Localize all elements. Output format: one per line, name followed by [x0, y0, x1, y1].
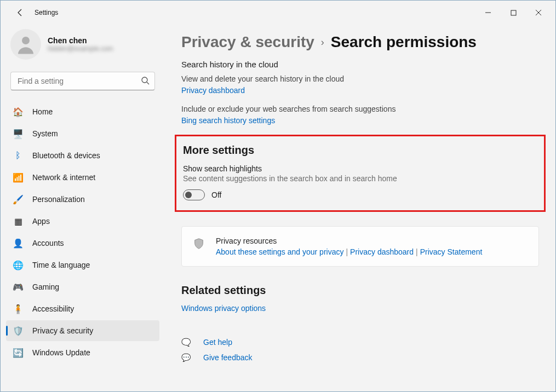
breadcrumb-current: Search permissions [331, 33, 477, 51]
sidebar-item-personalization[interactable]: 🖌️Personalization [6, 189, 159, 210]
get-help-row[interactable]: 🗨️ Get help [181, 338, 539, 347]
feedback-row[interactable]: 💬 Give feedback [181, 353, 539, 362]
svg-rect-1 [511, 10, 516, 15]
maximize-icon [511, 10, 517, 16]
clock-icon: 🌐 [13, 260, 24, 270]
help-icon: 🗨️ [181, 338, 192, 347]
nav-label: Windows Update [32, 348, 90, 357]
privacy-resources-card: Privacy resources About these settings a… [181, 226, 539, 267]
nav-label: Personalization [32, 195, 85, 204]
back-button[interactable] [10, 3, 30, 22]
wifi-icon: 📶 [13, 172, 24, 183]
main-content: Privacy & security › Search permissions … [165, 25, 555, 391]
gaming-icon: 🎮 [13, 281, 24, 292]
nav-label: Accounts [32, 239, 64, 247]
arrow-left-icon [16, 8, 25, 17]
sidebar-item-network[interactable]: 📶Network & internet [6, 167, 159, 188]
nav-label: Network & internet [32, 173, 95, 182]
person-icon [14, 33, 37, 56]
resources-link-about[interactable]: About these settings and your privacy [216, 247, 343, 256]
sidebar-item-system[interactable]: 🖥️System [6, 123, 159, 144]
nav-label: Gaming [32, 283, 59, 291]
privacy-dashboard-link[interactable]: Privacy dashboard [181, 86, 245, 95]
avatar [10, 29, 41, 60]
nav-label: Accessibility [32, 304, 74, 313]
nav-label: Time & language [32, 261, 90, 269]
more-settings-highlight: More settings Show search highlights See… [175, 135, 546, 212]
window-title: Settings [35, 9, 58, 16]
nav-label: Bluetooth & devices [32, 151, 100, 160]
related-title: Related settings [181, 284, 539, 297]
svg-point-4 [22, 37, 30, 44]
profile[interactable]: Chen chen hidden@example.com [6, 25, 159, 67]
sidebar-item-bluetooth[interactable]: ᛒBluetooth & devices [6, 145, 159, 166]
bluetooth-icon: ᛒ [13, 150, 24, 161]
breadcrumb-parent[interactable]: Privacy & security [181, 33, 314, 51]
nav-label: Privacy & security [32, 326, 93, 335]
sidebar-item-apps[interactable]: ▦Apps [6, 211, 159, 232]
highlights-desc: See content suggestions in the search bo… [183, 174, 537, 183]
cloud-desc-1: View and delete your search history in t… [181, 74, 539, 83]
brush-icon: 🖌️ [13, 194, 24, 205]
close-icon [535, 9, 542, 16]
home-icon: 🏠 [13, 106, 24, 117]
sidebar-item-home[interactable]: 🏠Home [6, 101, 159, 122]
update-icon: 🔄 [13, 347, 24, 358]
windows-privacy-link[interactable]: Windows privacy options [181, 304, 266, 313]
get-help-link[interactable]: Get help [203, 338, 232, 347]
nav-label: Apps [32, 217, 50, 226]
resources-title: Privacy resources [216, 237, 482, 245]
bing-history-link[interactable]: Bing search history settings [181, 116, 275, 125]
highlights-toggle[interactable] [183, 189, 205, 200]
nav-label: System [32, 129, 58, 138]
breadcrumb: Privacy & security › Search permissions [181, 33, 539, 51]
search [10, 72, 155, 90]
sidebar-item-time[interactable]: 🌐Time & language [6, 255, 159, 275]
shield-icon [193, 238, 205, 250]
nav-label: Home [32, 107, 53, 116]
system-icon: 🖥️ [13, 128, 24, 139]
sidebar-item-update[interactable]: 🔄Windows Update [6, 342, 159, 363]
svg-line-6 [147, 82, 149, 84]
highlights-label: Show search highlights [183, 164, 537, 173]
apps-icon: ▦ [13, 216, 24, 227]
sidebar-item-gaming[interactable]: 🎮Gaming [6, 276, 159, 297]
feedback-icon: 💬 [181, 353, 192, 362]
sidebar: Chen chen hidden@example.com 🏠Home 🖥️Sys… [1, 25, 165, 391]
sidebar-item-accessibility[interactable]: 🧍Accessibility [6, 298, 159, 319]
cloud-desc-2: Include or exclude your web searches fro… [181, 105, 539, 113]
svg-point-5 [142, 77, 147, 83]
more-settings-title: More settings [183, 144, 537, 157]
resources-link-dashboard[interactable]: Privacy dashboard [350, 247, 414, 256]
sidebar-item-accounts[interactable]: 👤Accounts [6, 233, 159, 253]
give-feedback-link[interactable]: Give feedback [203, 353, 253, 362]
search-icon[interactable] [141, 76, 150, 87]
resources-link-statement[interactable]: Privacy Statement [420, 247, 483, 256]
minimize-button[interactable] [475, 4, 501, 21]
minimize-icon [485, 9, 491, 16]
accessibility-icon: 🧍 [13, 303, 24, 314]
search-input[interactable] [10, 72, 155, 90]
maximize-button[interactable] [501, 4, 526, 21]
toggle-state: Off [211, 191, 221, 199]
cloud-history-title: Search history in the cloud [181, 60, 539, 69]
chevron-right-icon: › [321, 37, 324, 48]
sidebar-item-privacy[interactable]: 🛡️Privacy & security [6, 320, 159, 341]
accounts-icon: 👤 [13, 238, 24, 249]
toggle-knob [185, 192, 192, 198]
titlebar: Settings [1, 1, 555, 25]
shield-icon: 🛡️ [13, 325, 24, 336]
profile-name: Chen chen [48, 36, 113, 45]
close-button[interactable] [526, 4, 551, 21]
profile-email: hidden@example.com [48, 45, 113, 53]
nav: 🏠Home 🖥️System ᛒBluetooth & devices 📶Net… [6, 101, 159, 363]
